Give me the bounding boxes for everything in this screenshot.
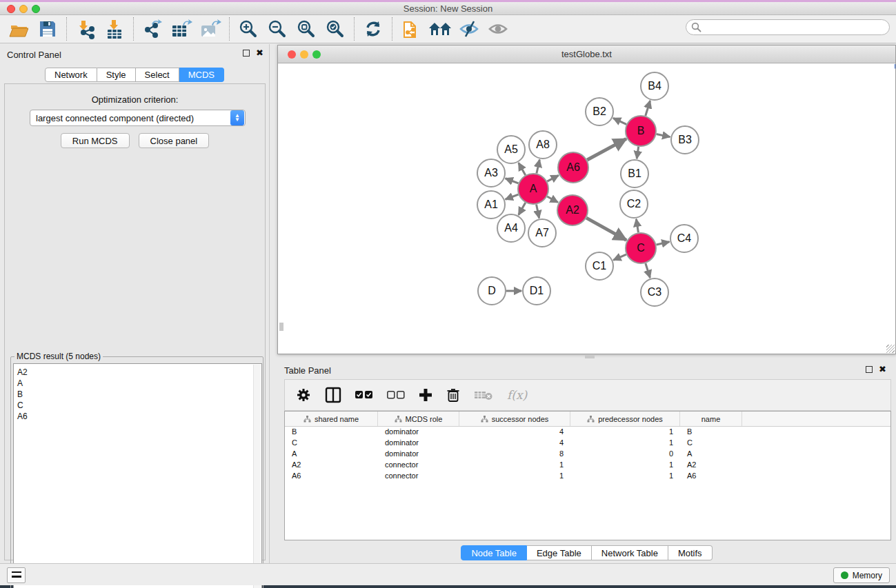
edge-B-B1[interactable] — [637, 147, 639, 159]
close-table-panel-icon[interactable]: ✖ — [879, 366, 886, 373]
node-A1[interactable]: A1 — [477, 191, 505, 219]
table-row[interactable]: Cdominator41C — [285, 438, 890, 449]
network-close-button[interactable] — [288, 50, 296, 59]
edge-B-B4[interactable] — [646, 101, 650, 116]
tab-mcds[interactable]: MCDS — [179, 68, 224, 82]
node-C[interactable]: C — [626, 233, 656, 263]
node-A3[interactable]: A3 — [477, 159, 505, 187]
network-minimize-button[interactable] — [300, 50, 308, 59]
node-A2[interactable]: A2 — [557, 195, 588, 225]
tab-motifs[interactable]: Motifs — [668, 545, 713, 560]
edge-A2-C[interactable] — [586, 218, 626, 240]
node-C2[interactable]: C2 — [620, 190, 648, 218]
zoom-out-button[interactable] — [266, 18, 289, 40]
edge-B-B3[interactable] — [657, 134, 670, 137]
search-input[interactable] — [686, 19, 890, 35]
column-header-predecessor-nodes[interactable]: predecessor nodes — [570, 412, 680, 426]
create-column-button[interactable] — [419, 388, 432, 402]
show-all-button[interactable] — [486, 18, 510, 40]
float-table-panel-icon[interactable] — [866, 366, 873, 373]
table-settings-button[interactable] — [296, 387, 311, 403]
float-panel-icon[interactable] — [243, 50, 250, 57]
window-resize-grip[interactable] — [886, 345, 895, 353]
tab-node-table[interactable]: Node Table — [461, 545, 527, 560]
zoom-selected-button[interactable] — [323, 18, 347, 40]
node-B3[interactable]: B3 — [671, 126, 699, 154]
mcds-result-item[interactable]: C — [17, 400, 261, 411]
edge-A-A8[interactable] — [537, 159, 539, 173]
export-network-button[interactable] — [141, 18, 164, 40]
edge-A-A5[interactable] — [519, 163, 526, 175]
minimize-window-button[interactable] — [19, 5, 28, 13]
zoom-fit-button[interactable] — [295, 18, 318, 40]
export-table-button[interactable] — [170, 18, 193, 40]
node-A6[interactable]: A6 — [558, 152, 588, 183]
vertical-scroll-nub[interactable] — [279, 323, 283, 331]
network-maximize-button[interactable] — [312, 50, 321, 59]
mcds-result-item[interactable]: A6 — [17, 411, 261, 422]
node-A4[interactable]: A4 — [497, 214, 525, 242]
column-header-name[interactable]: name — [680, 412, 742, 426]
node-A5[interactable]: A5 — [497, 136, 525, 163]
table-row[interactable]: A6connector11A6 — [285, 471, 890, 482]
node-B4[interactable]: B4 — [641, 72, 668, 100]
mcds-list-scrollbar[interactable] — [253, 365, 261, 588]
first-neighbors-button[interactable] — [428, 18, 452, 40]
column-header-shared-name[interactable]: shared name — [285, 412, 378, 426]
select-all-rows-button[interactable] — [355, 391, 373, 399]
close-panel-icon[interactable]: ✖ — [256, 50, 263, 57]
horizontal-scroll-nub[interactable] — [585, 354, 595, 358]
edge-A-A7[interactable] — [537, 205, 539, 219]
deselect-all-rows-button[interactable] — [387, 391, 405, 399]
mcds-result-list[interactable]: A2ABCA6 — [13, 363, 262, 588]
edge-C-C3[interactable] — [646, 263, 650, 278]
edge-A-A6[interactable] — [547, 175, 559, 181]
node-B1[interactable]: B1 — [621, 160, 648, 187]
node-B[interactable]: B — [626, 116, 656, 146]
tab-style[interactable]: Style — [97, 68, 136, 82]
edge-C-C1[interactable] — [613, 254, 626, 260]
import-table-button[interactable] — [103, 18, 126, 40]
criterion-dropdown[interactable]: largest connected component (directed) ▲… — [30, 110, 246, 126]
hide-selected-button[interactable] — [457, 18, 481, 40]
edge-A-A2[interactable] — [547, 196, 558, 203]
table-row[interactable]: Bdominator41B — [285, 427, 890, 438]
edge-B-B2[interactable] — [613, 118, 626, 124]
mcds-result-item[interactable]: A2 — [17, 367, 261, 378]
network-canvas[interactable]: B4B2BB3A8A5A6A3B1AA1C2A2A4A7C4CC1DD1C3 — [279, 64, 895, 354]
column-header-successor-nodes[interactable]: successor nodes — [459, 412, 570, 426]
node-D[interactable]: D — [478, 277, 506, 305]
task-history-button[interactable] — [7, 567, 26, 583]
refresh-button[interactable] — [361, 18, 385, 40]
column-header-MCDS-role[interactable]: MCDS role — [378, 412, 459, 426]
node-table[interactable]: shared nameMCDS rolesuccessor nodesprede… — [284, 411, 891, 540]
node-A8[interactable]: A8 — [529, 131, 557, 159]
table-row[interactable]: Adominator80A — [285, 449, 890, 460]
tab-select[interactable]: Select — [136, 68, 179, 82]
zoom-in-button[interactable] — [237, 18, 260, 40]
edge-A6-B[interactable] — [587, 139, 626, 160]
table-row[interactable]: A2connector11A2 — [285, 460, 890, 471]
tab-network[interactable]: Network — [45, 68, 97, 82]
node-C1[interactable]: C1 — [586, 252, 613, 280]
node-A7[interactable]: A7 — [528, 219, 556, 247]
import-network-button[interactable] — [74, 18, 97, 40]
show-columns-button[interactable] — [325, 387, 341, 403]
node-B2[interactable]: B2 — [586, 98, 613, 125]
network-window-titlebar[interactable]: testGlobe.txt — [278, 45, 895, 63]
run-mcds-button[interactable]: Run MCDS — [61, 133, 130, 148]
edge-C-C4[interactable] — [656, 242, 669, 245]
edge-A-A3[interactable] — [506, 179, 519, 183]
export-image-button[interactable] — [199, 18, 222, 40]
edge-A-A4[interactable] — [519, 203, 526, 215]
tab-network-table[interactable]: Network Table — [592, 545, 668, 560]
edge-A-A1[interactable] — [506, 194, 519, 199]
open-file-button[interactable] — [7, 18, 30, 40]
node-D1[interactable]: D1 — [523, 277, 550, 305]
close-panel-button[interactable]: Close panel — [139, 133, 210, 148]
memory-button[interactable]: Memory — [833, 567, 890, 583]
maximize-window-button[interactable] — [32, 5, 40, 13]
node-C3[interactable]: C3 — [641, 278, 668, 306]
close-window-button[interactable] — [7, 5, 15, 13]
mcds-result-item[interactable]: A — [17, 378, 261, 389]
